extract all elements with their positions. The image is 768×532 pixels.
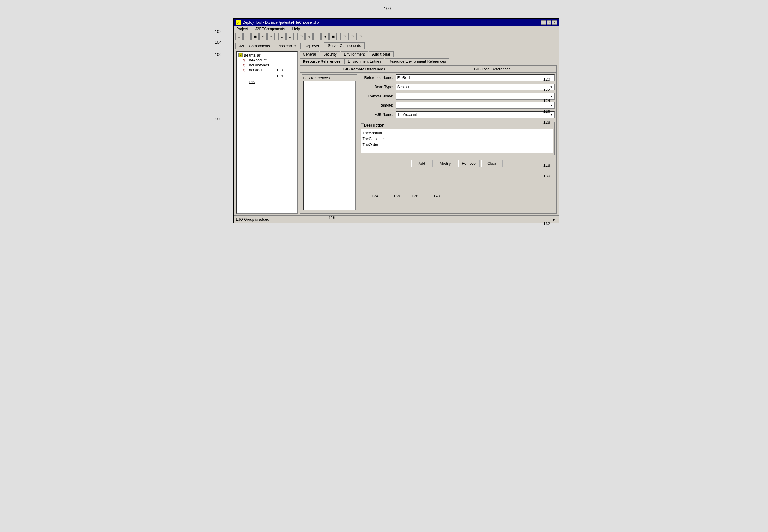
tab-general[interactable]: General [300, 51, 320, 57]
label-132: 132 [543, 221, 550, 226]
description-content[interactable]: TheAccount TheCustomer TheOrder [361, 129, 553, 153]
remote-select[interactable]: ▼ [396, 102, 554, 109]
tree-item-account[interactable]: ⊘ TheAccount [238, 58, 296, 63]
label-140: 140 [433, 194, 440, 198]
toolbar-save[interactable]: ▣ [251, 33, 259, 40]
tree-label-account: TheAccount [247, 58, 267, 62]
minimize-button[interactable]: _ [541, 20, 546, 25]
toolbar-5[interactable]: ○ [267, 33, 275, 40]
description-label: Description [364, 123, 384, 128]
tab-additional[interactable]: Additional [369, 51, 394, 57]
ejb-content: EJB References Reference Name: [300, 73, 556, 213]
modify-button[interactable]: Modify [435, 160, 456, 167]
label-112: 112 [249, 80, 256, 85]
tab-deployer[interactable]: Deployer [301, 43, 323, 49]
tree-label-customer: TheCustomer [247, 63, 270, 67]
menu-project[interactable]: Project [235, 26, 249, 31]
bean-type-value: Session [397, 85, 411, 89]
toolbar-11[interactable]: ◄ [321, 33, 329, 40]
ejb-name-select[interactable]: TheAccount ▼ [396, 111, 554, 118]
label-130: 130 [543, 174, 550, 178]
remote-label: Remote: [360, 103, 393, 108]
menu-help[interactable]: Help [291, 26, 301, 31]
tree-beams-jar[interactable]: B Beams.jar [238, 53, 296, 58]
remote-home-row: Remote Home: ▼ [360, 93, 554, 100]
ejb-refs-box: EJB References [302, 74, 357, 211]
label-120: 120 [543, 77, 550, 81]
bean-icon-account: ⊘ [243, 58, 246, 62]
dropdown-arrow-4: ▼ [550, 113, 553, 116]
toolbar-14[interactable]: ⬚ [349, 33, 356, 40]
dropdown-arrow-3: ▼ [550, 104, 553, 107]
toolbar-13[interactable]: ⬚ [341, 33, 348, 40]
toolbar-open[interactable]: ↩ [243, 33, 251, 40]
tab-resource-env-refs[interactable]: Resource Environment References [385, 58, 449, 64]
toolbar-9[interactable]: ∩ [305, 33, 313, 40]
sub-tabs-row1: General Security Environment Additional [300, 51, 557, 57]
label-108: 108 [215, 117, 222, 121]
toolbar-sep2 [295, 33, 296, 40]
toolbar-7[interactable]: ⊙ [286, 33, 294, 40]
main-window: △ Deploy Tool - D:\rincer\patents\FileCh… [234, 18, 559, 223]
label-114: 114 [277, 74, 283, 78]
tab-assembler[interactable]: Assembler [275, 43, 300, 49]
status-text: EJO Group is added [236, 217, 551, 222]
tree-item-order[interactable]: ⊘ TheOrder [238, 68, 296, 73]
description-box: Description TheAccount TheCustomer TheOr… [360, 122, 554, 155]
clear-button[interactable]: Clear [481, 160, 503, 167]
desc-item-1: TheAccount [363, 130, 551, 136]
tab-server-components[interactable]: Server Components [324, 42, 365, 49]
tab-ejb-local[interactable]: EJB Local References [428, 66, 556, 73]
app-icon: △ [236, 20, 241, 25]
action-buttons-row: Add Modify Remove Clear [360, 157, 554, 170]
title-bar: △ Deploy Tool - D:\rincer\patents\FileCh… [234, 19, 559, 26]
toolbar-12[interactable]: ▣ [329, 33, 337, 40]
menu-j2ee[interactable]: J2EEComponents [254, 26, 286, 31]
tab-security[interactable]: Security [320, 51, 340, 57]
add-button[interactable]: Add [411, 160, 433, 167]
sub-tabs-row2: Resource References Environment Entries … [300, 58, 557, 64]
dropdown-arrow: ▼ [550, 85, 553, 89]
tab-environment[interactable]: Environment [341, 51, 368, 57]
tab-resource-refs[interactable]: Resource References [300, 58, 344, 64]
status-button[interactable]: ▶ [551, 217, 557, 222]
label-134: 134 [372, 194, 379, 198]
toolbar-15[interactable]: ⬚ [356, 33, 364, 40]
close-button[interactable]: ✕ [552, 20, 557, 25]
ejb-references-list[interactable] [303, 81, 356, 210]
bean-type-select[interactable]: Session ▼ [396, 84, 554, 90]
toolbar-10[interactable]: ◻ [313, 33, 321, 40]
label-100: 100 [384, 6, 391, 11]
label-116: 116 [329, 215, 336, 220]
toolbar-6[interactable]: ⊙ [278, 33, 286, 40]
remote-home-label: Remote Home: [360, 94, 393, 98]
label-122: 122 [543, 88, 550, 92]
tab-j2ee-components[interactable]: J2EE Components [235, 43, 274, 49]
tree-panel: B Beams.jar ⊘ TheAccount ⊘ TheCustomer ⊘… [236, 51, 298, 214]
main-tabs-row: J2EE Components Assembler Deployer Serve… [234, 41, 559, 49]
reference-name-input[interactable] [396, 74, 554, 81]
tree-jar-label: Beams.jar [244, 53, 261, 57]
bean-type-label: Bean Type: [360, 85, 393, 89]
bean-icon-order: ⊘ [243, 68, 246, 72]
remove-button[interactable]: Remove [458, 160, 479, 167]
menu-bar: Project J2EEComponents Help [234, 26, 559, 32]
tree-item-customer[interactable]: ⊘ TheCustomer [238, 63, 296, 68]
toolbar-saveas[interactable]: ✕ [259, 33, 267, 40]
label-106: 106 [215, 52, 222, 57]
dropdown-arrow-2: ▼ [550, 95, 553, 98]
right-panel: General Security Environment Additional … [300, 51, 557, 214]
window-title: Deploy Tool - D:\rincer\patents\FileChoo… [243, 20, 319, 25]
remote-home-select[interactable]: ▼ [396, 93, 554, 100]
label-128: 128 [543, 120, 550, 124]
label-110: 110 [277, 68, 283, 72]
toolbar-new[interactable]: □ [235, 33, 243, 40]
status-bar: EJO Group is added ▶ [234, 216, 559, 223]
tab-env-entries[interactable]: Environment Entries [345, 58, 384, 64]
label-104: 104 [215, 40, 222, 45]
ejb-refs-label: EJB References [303, 76, 356, 80]
toolbar-8[interactable]: ⬚ [297, 33, 305, 40]
tab-ejb-remote[interactable]: EJB Remote References [300, 66, 428, 73]
maximize-button[interactable]: □ [546, 20, 551, 25]
label-124: 124 [543, 98, 550, 103]
